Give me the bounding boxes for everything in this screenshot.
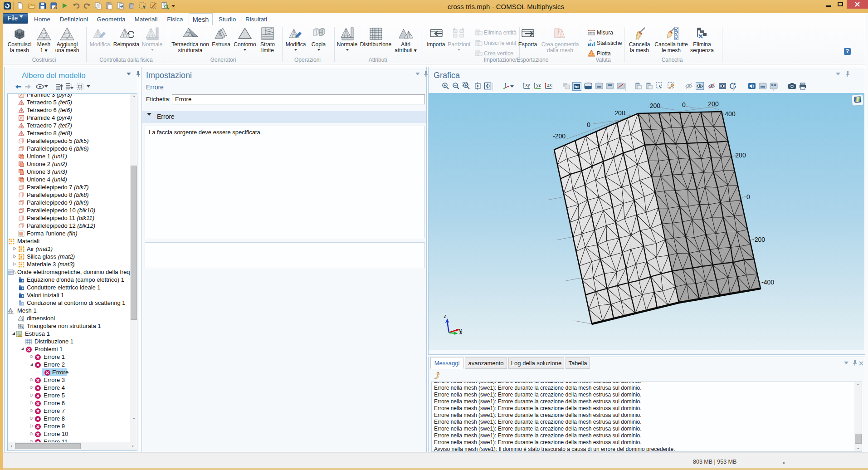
svg-text:-200: -200	[553, 132, 566, 140]
svg-text:yz: yz	[536, 83, 541, 88]
svg-text:-200: -200	[752, 236, 765, 243]
svg-text:400: 400	[725, 110, 736, 118]
svg-text:0: 0	[587, 121, 590, 128]
svg-text:0: 0	[682, 101, 686, 108]
svg-text:200: 200	[735, 152, 746, 159]
svg-text:-400: -400	[761, 279, 774, 286]
svg-text:200: 200	[708, 100, 719, 108]
svg-text:z: z	[444, 313, 447, 319]
svg-text:zx: zx	[547, 83, 552, 88]
svg-text:200: 200	[614, 109, 625, 117]
svg-text:-200: -200	[648, 102, 660, 109]
svg-text:0: 0	[746, 193, 750, 201]
svg-text:xy: xy	[526, 83, 530, 88]
svg-text:x: x	[459, 329, 463, 336]
